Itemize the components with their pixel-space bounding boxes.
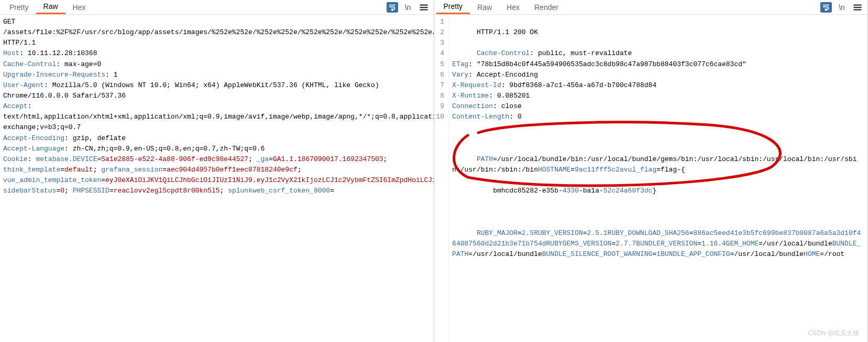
header-value: gzip, deflate [73, 134, 126, 142]
flag-label: vul_flag [624, 166, 656, 174]
wrap-icon[interactable] [820, 2, 832, 13]
cookie-value: reaclovv2egl5cpdt8r00kn5l5 [114, 187, 220, 195]
hamburger-icon[interactable] [418, 2, 430, 13]
header-value: public, must-revalidate [538, 49, 632, 57]
ruby-version-label: RUBY_VERSION [534, 229, 583, 237]
header-value: 10.11.12.28:10368 [28, 49, 97, 57]
header-name: Vary [452, 71, 468, 79]
cookie-value: 0 [60, 187, 64, 195]
bundler: 1.16.4 [701, 240, 726, 248]
gem-home-label: GEM_HOME [726, 240, 759, 248]
ruby-sha-label: RUBY_DOWNLOAD_SHA256 [608, 229, 689, 237]
tab-render[interactable]: Render [527, 1, 566, 14]
app-config-label: BUNDLE_APP_CONFIG [661, 250, 730, 258]
header-name: Cache-Control [477, 49, 530, 57]
cookie-name: vue_admin_template_token [3, 176, 101, 184]
hamburger-icon[interactable] [852, 2, 863, 13]
cookie-value: default [64, 166, 93, 174]
header-value: Mozilla/5.0 (Windows NT 10.0; Win64; x64… [3, 81, 379, 100]
header-name: ETag [452, 60, 468, 68]
line-number: 6 [436, 70, 445, 80]
home: /root [824, 250, 844, 258]
header-value: "78b15d8b4c0f445a594906535adc3c8db98c47a… [477, 60, 746, 68]
silence-label: BUNDLE_SILENCE_ROOT_WARNING [542, 250, 653, 258]
env-path-label: PATH [477, 155, 493, 163]
header-name: User-Agent [3, 81, 44, 89]
cookie-name: think_template [3, 166, 60, 174]
response-code: HTTP/1.1 200 OK Cache-Control: public, m… [449, 15, 867, 342]
bundler-label: BUNDLER_VERSION [636, 240, 697, 248]
app-config: /usr/local/bundle [734, 250, 804, 258]
bundle-path: /usr/local/bundle [473, 250, 542, 258]
tab-hex[interactable]: Hex [65, 1, 93, 14]
cookie-value: aec904d4957b0eff1eec87818240e9cf [167, 166, 298, 174]
tab-hex[interactable]: Hex [499, 1, 527, 14]
response-pane: Pretty Raw Hex Render \n 12345678910 HTT… [434, 0, 869, 342]
line-number: 3 [436, 38, 445, 48]
cookie-value: eyJ0eXAiOiJKV1QiLCJhbGciOiJIUzI1NiJ9.eyJ… [105, 176, 433, 184]
header-name: Connection [452, 102, 493, 110]
header-name: X-Runtime [452, 92, 489, 100]
header-name: Cache-Control [3, 60, 56, 68]
cookie-name: _ga [257, 155, 269, 163]
header-value: 0.085201 [497, 92, 530, 100]
watermark: CSDN @吃瓜太狼 [808, 329, 859, 338]
cookie-name: grafana_session [101, 166, 162, 174]
tab-raw[interactable]: Raw [36, 0, 65, 14]
header-name: Accept-Encoding [3, 134, 64, 142]
line-number: 1 [436, 17, 445, 27]
line-number: 7 [436, 80, 445, 91]
cookie-header-name: Cookie [3, 155, 28, 163]
ruby-major-label: RUBY_MAJOR [477, 229, 518, 237]
ruby-version: 2.5.1 [587, 229, 608, 237]
tab-pretty[interactable]: Pretty [436, 0, 470, 14]
line-number: 5 [436, 59, 445, 70]
env-hostname-label: HOSTNAME [538, 166, 570, 174]
gem-home: /usr/local/bundle [763, 240, 832, 248]
line-number: 8 [436, 91, 445, 101]
cookie-value: GA1.1.1867090017.1692347503 [273, 155, 383, 163]
silence: 1 [656, 250, 661, 258]
request-content[interactable]: GET /assets/file:%2F%2F/usr/src/blog/app… [0, 15, 434, 342]
cookie-name: splunkweb_csrf_token_8000 [228, 187, 330, 195]
header-value: 1 [114, 71, 118, 79]
http-path: /assets/file:%2F%2F/usr/src/blog/app/ass… [3, 28, 434, 47]
home-label: HOME [804, 250, 820, 258]
status-line: HTTP/1.1 200 OK [477, 28, 538, 36]
header-value: Accept-Encoding [477, 71, 538, 79]
response-content[interactable]: 12345678910 HTTP/1.1 200 OK Cache-Contro… [434, 15, 868, 342]
cookie-name: PHPSESSID [73, 187, 109, 195]
ruby-major: 2.5 [522, 229, 534, 237]
header-name: Accept-Language [3, 145, 64, 153]
line-number: 10 [436, 112, 445, 122]
tab-pretty[interactable]: Pretty [2, 1, 36, 14]
env-hostname-value: 9ac11fff5c2a [575, 166, 624, 174]
tab-raw[interactable]: Raw [470, 1, 499, 14]
header-value: text/html,application/xhtml+xml,applicat… [3, 113, 434, 131]
line-number: 4 [436, 48, 445, 59]
header-value: zh-CN,zh;q=0.9,en-US;q=0.8,en;q=0.7,zh-T… [73, 145, 265, 153]
wrap-icon[interactable] [387, 2, 398, 13]
header-name: Upgrade-Insecure-Requests [3, 71, 105, 79]
request-pane: Pretty Raw Hex \n GET /assets/file:%2F%2… [0, 0, 434, 342]
http-method: GET [3, 18, 15, 26]
header-name: Host [3, 49, 19, 57]
header-value: max-age=0 [64, 60, 101, 68]
header-value: close [501, 102, 522, 110]
cookie-name: metabase.DEVICE [36, 155, 97, 163]
newline-icon[interactable]: \n [836, 2, 848, 13]
line-gutter: 12345678910 [434, 15, 449, 342]
request-tabbar: Pretty Raw Hex \n [0, 0, 434, 15]
response-tabbar: Pretty Raw Hex Render \n [434, 0, 868, 15]
cookie-name: sidebarStatus [3, 187, 56, 195]
header-name: X-Request-Id [452, 81, 501, 89]
header-name: Content-Length [452, 113, 509, 121]
rubygems: 2.7.7 [616, 240, 636, 248]
newline-icon[interactable]: \n [402, 2, 414, 13]
header-name: Accept [3, 102, 28, 110]
rubygems-label: RUBYGEMS_VERSION [546, 240, 612, 248]
line-number: 2 [436, 27, 445, 38]
line-number: 9 [436, 101, 445, 112]
cookie-value: 5a1e2885-e522-4a88-906f-ed9c98e44527 [101, 155, 248, 163]
header-value: 0 [518, 113, 522, 121]
